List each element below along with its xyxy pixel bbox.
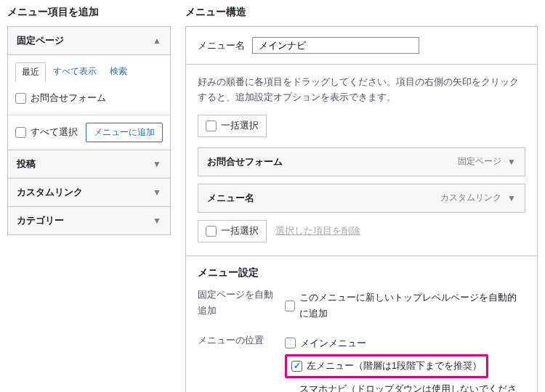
bulk-select-top-checkbox[interactable]: [206, 121, 217, 131]
menu-edit-panel: メニュー名 好みの順番に各項目をドラッグしてください。項目の右側の矢印をクリック…: [185, 26, 538, 392]
add-items-title: メニュー項目を追加: [7, 6, 171, 19]
add-to-menu-button[interactable]: メニューに追加: [86, 123, 163, 142]
bulk-select-bottom-checkbox[interactable]: [206, 226, 217, 237]
pages-panel-header[interactable]: 固定ページ ▲: [8, 27, 170, 54]
location-left[interactable]: 左メニュー（階層は1段階下までを推奨）: [291, 358, 482, 375]
chevron-up-icon: ▲: [153, 36, 161, 46]
chevron-down-icon: ▼: [153, 187, 161, 197]
menu-item-title: メニュー名: [207, 192, 254, 205]
custom-link-panel-label: カスタムリンク: [17, 186, 83, 199]
menu-item[interactable]: メニュー名 カスタムリンク ▼: [198, 184, 525, 213]
add-items-accordion: 固定ページ ▲ 最近 すべて表示 検索 お問合せフォーム: [7, 26, 171, 235]
auto-add-option[interactable]: このメニューに新しいトップレベルページを自動的に追加: [285, 287, 525, 325]
location-left-checkbox[interactable]: [291, 361, 302, 372]
menu-item-type: 固定ページ: [458, 155, 501, 168]
select-all-pages[interactable]: すべて選択: [15, 126, 78, 139]
location-left-label: 左メニュー（階層は1段階下までを推奨）: [307, 358, 482, 375]
tab-all[interactable]: すべて表示: [47, 62, 102, 82]
category-panel-header[interactable]: カテゴリー ▼: [8, 207, 170, 234]
location-main[interactable]: メインメニュー: [285, 332, 525, 355]
bulk-select-top-label: 一括選択: [221, 120, 259, 132]
chevron-down-icon[interactable]: ▼: [507, 157, 516, 167]
bulk-select-top[interactable]: 一括選択: [198, 115, 267, 137]
auto-add-checkbox[interactable]: [285, 301, 295, 311]
location-sp-label: スマホナビ（ドロップダウンは使用しないでください）: [299, 381, 525, 393]
menu-item-title: お問合せフォーム: [207, 155, 283, 168]
chevron-down-icon: ▼: [153, 216, 161, 226]
menu-structure-title: メニュー構造: [185, 6, 538, 19]
page-item-row[interactable]: お問合せフォーム: [15, 89, 163, 107]
posts-panel-label: 投稿: [17, 158, 36, 171]
pages-tabs: 最近 すべて表示 検索: [15, 62, 163, 82]
remove-selected-link: 選択した項目を削除: [275, 225, 360, 237]
page-item-checkbox[interactable]: [15, 93, 26, 104]
chevron-down-icon[interactable]: ▼: [507, 193, 516, 203]
location-sp[interactable]: スマホナビ（ドロップダウンは使用しないでください）: [285, 378, 525, 393]
posts-panel-header[interactable]: 投稿 ▼: [8, 150, 170, 178]
chevron-down-icon: ▼: [153, 159, 161, 169]
bulk-select-bottom[interactable]: 一括選択: [198, 220, 267, 242]
tab-recent[interactable]: 最近: [15, 62, 46, 82]
bulk-select-bottom-label: 一括選択: [221, 225, 259, 237]
pages-panel-label: 固定ページ: [17, 34, 64, 47]
category-panel-label: カテゴリー: [17, 214, 64, 227]
auto-add-desc: このメニューに新しいトップレベルページを自動的に追加: [299, 290, 525, 322]
drag-help-text: 好みの順番に各項目をドラッグしてください。項目の右側の矢印をクリックすると、追加…: [198, 75, 525, 106]
select-all-checkbox[interactable]: [15, 127, 26, 138]
select-all-label: すべて選択: [31, 126, 78, 139]
menu-settings-title: メニュー設定: [186, 256, 537, 287]
custom-link-panel-header[interactable]: カスタムリンク ▼: [8, 179, 170, 206]
menu-item-type: カスタムリンク: [440, 192, 501, 204]
menu-item[interactable]: お問合せフォーム 固定ページ ▼: [198, 147, 525, 176]
menu-name-label: メニュー名: [198, 39, 245, 52]
auto-add-label: 固定ページを自動追加: [198, 287, 279, 319]
location-label: メニューの位置: [198, 332, 279, 349]
location-main-checkbox[interactable]: [285, 338, 296, 348]
location-main-label: メインメニュー: [300, 335, 366, 352]
menu-name-input[interactable]: [252, 37, 419, 54]
location-left-highlight: 左メニュー（階層は1段階下までを推奨）: [285, 354, 488, 378]
page-item-label: お問合せフォーム: [31, 92, 106, 105]
tab-search[interactable]: 検索: [104, 62, 133, 82]
